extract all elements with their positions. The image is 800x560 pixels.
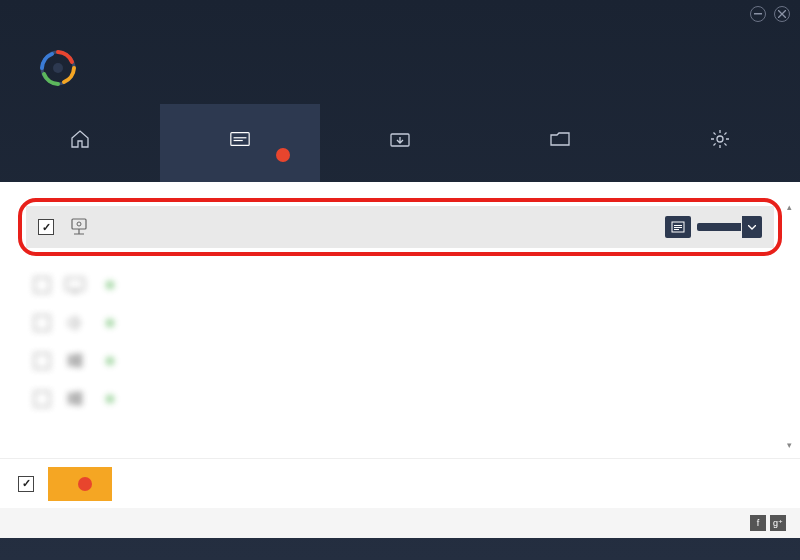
svg-rect-8 xyxy=(72,219,86,229)
list-item xyxy=(18,380,782,418)
svg-rect-22 xyxy=(68,399,74,404)
svg-point-7 xyxy=(717,136,723,142)
network-device-icon xyxy=(68,216,90,238)
restore-icon xyxy=(549,130,571,148)
svg-rect-17 xyxy=(75,354,82,360)
svg-rect-0 xyxy=(754,13,762,15)
facebook-icon[interactable]: f xyxy=(750,515,766,531)
updates-badge xyxy=(276,148,290,162)
update-dropdown[interactable] xyxy=(742,216,762,238)
row-checkbox[interactable] xyxy=(34,277,50,293)
svg-rect-18 xyxy=(68,361,74,366)
download-install-button[interactable] xyxy=(48,467,112,501)
home-icon xyxy=(69,130,91,148)
chevron-down-icon xyxy=(748,225,756,230)
app-logo-icon xyxy=(36,46,80,90)
minimize-button[interactable] xyxy=(750,6,766,22)
content-panel: ▴ ▾ xyxy=(0,182,800,508)
windows-device-icon xyxy=(64,350,86,372)
bottom-bar xyxy=(0,458,800,508)
windows-device-icon xyxy=(64,388,86,410)
google-plus-icon[interactable]: g⁺ xyxy=(770,515,786,531)
select-all-checkbox[interactable] xyxy=(18,476,34,492)
svg-rect-23 xyxy=(75,399,82,405)
nav-tabs xyxy=(0,104,800,182)
nav-driver-updates[interactable] xyxy=(160,104,320,182)
svg-rect-5 xyxy=(234,140,243,141)
list-item xyxy=(18,266,782,304)
svg-rect-12 xyxy=(674,227,682,228)
svg-point-9 xyxy=(77,222,81,226)
svg-rect-13 xyxy=(674,229,679,230)
nav-restore[interactable] xyxy=(480,104,640,182)
scrollbar[interactable]: ▴ ▾ xyxy=(782,202,796,450)
titlebar xyxy=(0,0,800,28)
download-badge xyxy=(78,477,92,491)
svg-rect-16 xyxy=(68,355,74,360)
svg-rect-19 xyxy=(75,361,82,367)
footer: f g⁺ xyxy=(0,508,800,538)
highlighted-row xyxy=(18,198,782,256)
list-item xyxy=(18,342,782,380)
list-item xyxy=(18,304,782,342)
svg-rect-14 xyxy=(66,278,84,290)
display-device-icon xyxy=(64,274,86,296)
scroll-down-icon[interactable]: ▾ xyxy=(787,440,792,450)
scroll-up-icon[interactable]: ▴ xyxy=(787,202,792,212)
app-window: ▴ ▾ f g⁺ xyxy=(0,0,800,560)
svg-rect-21 xyxy=(75,392,82,398)
update-button[interactable] xyxy=(697,223,741,231)
updates-icon xyxy=(229,130,251,148)
backup-icon xyxy=(389,130,411,148)
svg-point-2 xyxy=(53,63,63,73)
driver-row xyxy=(26,206,774,248)
svg-rect-20 xyxy=(68,393,74,398)
audio-device-icon xyxy=(64,312,86,334)
row-checkbox[interactable] xyxy=(34,315,50,331)
svg-rect-15 xyxy=(72,291,78,293)
svg-rect-4 xyxy=(234,137,247,138)
nav-settings[interactable] xyxy=(640,104,800,182)
settings-icon xyxy=(709,130,731,148)
row-details-button[interactable] xyxy=(665,216,691,238)
nav-backup[interactable] xyxy=(320,104,480,182)
svg-rect-3 xyxy=(231,133,249,146)
svg-rect-11 xyxy=(674,225,682,226)
nav-home[interactable] xyxy=(0,104,160,182)
row-checkbox[interactable] xyxy=(38,219,54,235)
row-checkbox[interactable] xyxy=(34,391,50,407)
brand-header xyxy=(0,28,800,96)
row-checkbox[interactable] xyxy=(34,353,50,369)
close-button[interactable] xyxy=(774,6,790,22)
